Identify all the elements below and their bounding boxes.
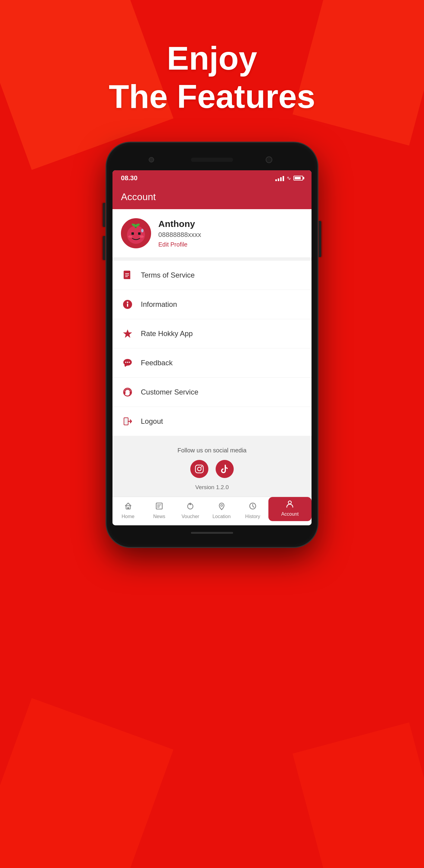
profile-name: Anthony	[158, 219, 303, 229]
nav-item-location[interactable]: Location	[206, 500, 237, 521]
menu-item-logout[interactable]: Logout	[113, 407, 311, 436]
svg-rect-33	[157, 504, 161, 505]
status-icons: ∿	[275, 175, 303, 181]
svg-rect-27	[195, 465, 203, 473]
account-icon	[285, 499, 294, 510]
account-label: Account	[281, 512, 299, 517]
svg-point-28	[198, 467, 201, 471]
menu-item-customer-service[interactable]: Customer Service	[113, 378, 311, 407]
social-section: Follow us on social media	[113, 436, 311, 497]
battery-fill	[295, 177, 301, 179]
voucher-label: Voucher	[182, 514, 199, 519]
home-indicator	[191, 532, 233, 534]
terms-label: Terms of Service	[141, 271, 195, 279]
nav-item-account[interactable]: Account	[268, 497, 311, 521]
nav-item-voucher[interactable]: Voucher	[175, 500, 206, 521]
hero-line2: The Features	[109, 78, 315, 115]
home-label: Home	[122, 514, 134, 519]
information-label: Information	[141, 300, 177, 309]
phone-bottom-bar	[113, 525, 311, 540]
profile-phone: 08888888xxxx	[158, 231, 303, 239]
news-label: News	[153, 514, 165, 519]
svg-rect-11	[125, 273, 129, 274]
svg-point-20	[127, 362, 128, 363]
svg-point-40	[288, 501, 291, 504]
news-icon	[155, 502, 163, 513]
svg-rect-26	[124, 418, 128, 425]
social-icons	[121, 460, 303, 478]
svg-point-19	[125, 362, 126, 363]
wifi-icon: ∿	[286, 175, 291, 181]
svg-point-4	[141, 229, 144, 232]
profile-info: Anthony 08888888xxxx Edit Profile	[158, 219, 303, 248]
svg-rect-13	[125, 276, 128, 277]
speaker	[191, 158, 233, 162]
history-icon	[248, 502, 257, 513]
edit-profile-link[interactable]: Edit Profile	[158, 241, 303, 248]
logout-icon	[121, 415, 134, 428]
side-button-volume-up	[103, 203, 105, 227]
feedback-icon	[121, 356, 134, 370]
phone-top-bar	[113, 149, 311, 170]
home-icon	[124, 502, 132, 513]
svg-point-9	[140, 236, 144, 238]
menu-item-information[interactable]: Information	[113, 290, 311, 319]
signal-bar-4	[282, 176, 284, 181]
bg-shape-bottom-right	[293, 722, 424, 868]
camera-left	[149, 157, 154, 162]
bottom-nav: Home News	[113, 497, 311, 525]
menu-item-terms[interactable]: Terms of Service	[113, 261, 311, 290]
svg-point-16	[127, 302, 128, 303]
signal-bar-2	[278, 179, 279, 181]
avatar	[121, 218, 151, 248]
customer-service-icon	[121, 385, 134, 399]
profile-section: Anthony 08888888xxxx Edit Profile	[113, 209, 311, 258]
phone-mockup: 08.30 ∿ Account	[107, 143, 317, 547]
history-label: History	[245, 514, 260, 519]
avatar-image	[122, 219, 150, 247]
logout-label: Logout	[141, 417, 163, 426]
signal-bar-1	[275, 179, 277, 181]
svg-rect-2	[131, 232, 134, 235]
instagram-button[interactable]	[190, 460, 208, 478]
bg-shape-bottom-left	[0, 698, 173, 868]
side-button-volume-down	[103, 236, 105, 260]
nav-item-news[interactable]: News	[144, 500, 175, 521]
nav-item-history[interactable]: History	[237, 500, 268, 521]
svg-rect-35	[157, 507, 159, 507]
svg-rect-15	[127, 304, 128, 307]
nav-item-home[interactable]: Home	[113, 500, 144, 521]
hero-line1: Enjoy	[167, 39, 257, 76]
svg-rect-12	[125, 275, 129, 276]
terms-icon	[121, 269, 134, 282]
camera-front	[266, 156, 272, 163]
svg-rect-31	[127, 507, 129, 509]
follow-text: Follow us on social media	[121, 447, 303, 454]
camera-dot	[275, 158, 278, 161]
feedback-label: Feedback	[141, 359, 173, 367]
tiktok-button[interactable]	[216, 460, 234, 478]
rate-label: Rate Hokky App	[141, 330, 193, 338]
menu-item-rate[interactable]: Rate Hokky App	[113, 319, 311, 348]
svg-rect-23	[124, 392, 125, 394]
location-label: Location	[212, 514, 231, 519]
phone-shell: 08.30 ∿ Account	[107, 143, 317, 547]
phone-screen: 08.30 ∿ Account	[113, 170, 311, 525]
signal-bars-icon	[275, 175, 284, 181]
rate-icon	[121, 327, 134, 340]
customer-service-label: Customer Service	[141, 388, 199, 396]
version-text: Version 1.2.0	[121, 484, 303, 491]
information-icon	[121, 298, 134, 311]
svg-rect-3	[138, 232, 141, 235]
svg-marker-17	[123, 330, 132, 338]
hero-section: Enjoy The Features	[109, 39, 315, 116]
menu-list: Terms of Service Information	[113, 261, 311, 436]
side-button-power	[319, 221, 321, 257]
menu-item-feedback[interactable]: Feedback	[113, 348, 311, 378]
svg-point-38	[221, 504, 222, 506]
signal-bar-3	[280, 177, 282, 181]
app-header-title: Account	[121, 191, 303, 203]
location-icon	[217, 502, 226, 513]
svg-rect-24	[130, 392, 131, 394]
app-header: Account	[113, 186, 311, 209]
